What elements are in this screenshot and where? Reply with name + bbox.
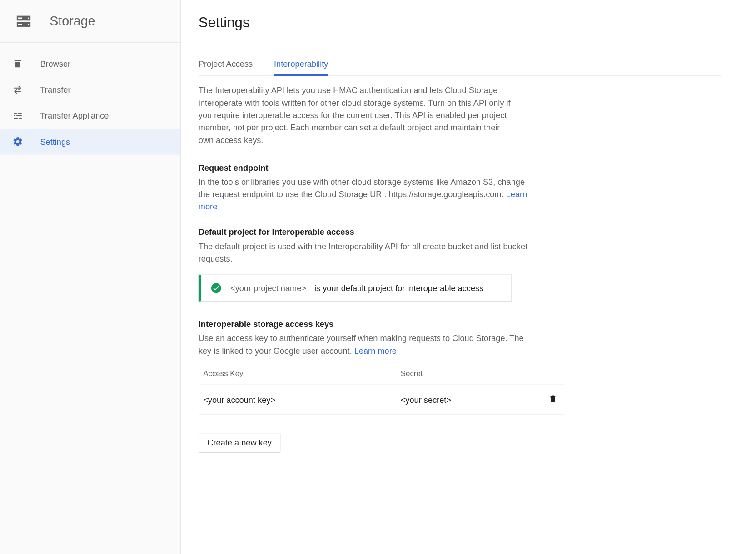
sidebar: Storage Browser Transfer Transfer Applia… [0,0,181,554]
endpoint-text: In the tools or libraries you use with o… [199,176,529,213]
bucket-icon [12,58,24,69]
storage-product-icon [12,13,35,29]
tab-interoperability[interactable]: Interoperability [274,54,328,76]
create-key-button[interactable]: Create a new key [199,433,281,453]
tabs: Project Access Interoperability [199,54,721,76]
endpoint-heading: Request endpoint [199,163,721,173]
delete-key-button[interactable] [546,391,560,407]
table-row: <your account key> <your secret> [199,384,565,415]
transfer-icon [12,84,24,96]
product-title: Storage [50,13,95,29]
gear-icon [12,136,24,148]
col-access-key: Access Key [199,363,396,384]
main-content: Settings Project Access Interoperability… [181,0,756,554]
tab-project-access[interactable]: Project Access [199,54,253,76]
default-project-banner: <your project name> is your default proj… [199,275,512,302]
banner-text: <your project name> is your default proj… [230,283,483,293]
trash-icon [548,396,557,405]
intro-text: The Interoperability API lets you use HM… [199,84,517,147]
check-circle-icon [210,282,222,294]
sidebar-item-label: Transfer Appliance [40,111,109,120]
default-project-text: The default project is used with the Int… [199,240,529,265]
svg-point-6 [211,283,221,293]
keys-learn-more-link[interactable]: Learn more [354,346,397,356]
keys-heading: Interoperable storage access keys [199,319,721,329]
access-keys-table: Access Key Secret <your account key> <yo… [199,363,565,415]
sidebar-item-transfer-appliance[interactable]: Transfer Appliance [0,103,180,129]
sidebar-header: Storage [0,0,180,43]
sidebar-item-label: Transfer [40,85,70,94]
svg-point-2 [28,17,29,19]
appliance-icon [12,110,24,122]
sidebar-item-label: Browser [40,59,70,69]
banner-project-placeholder: <your project name> [230,283,306,293]
svg-rect-4 [18,17,22,19]
svg-point-3 [28,23,29,25]
page-title: Settings [199,14,721,30]
sidebar-item-transfer[interactable]: Transfer [0,77,180,103]
nav-list: Browser Transfer Transfer Appliance Sett… [0,43,180,155]
svg-rect-5 [18,23,22,25]
col-secret: Secret [396,363,541,384]
default-project-heading: Default project for interoperable access [199,227,721,237]
cell-secret: <your secret> [396,384,541,415]
sidebar-item-browser[interactable]: Browser [0,51,180,77]
sidebar-item-settings[interactable]: Settings [0,129,180,154]
keys-text: Use an access key to authenticate yourse… [199,332,529,357]
cell-access-key: <your account key> [199,384,396,415]
endpoint-body: In the tools or libraries you use with o… [199,177,525,199]
banner-message: is your default project for interoperabl… [314,283,483,293]
sidebar-item-label: Settings [40,137,70,147]
